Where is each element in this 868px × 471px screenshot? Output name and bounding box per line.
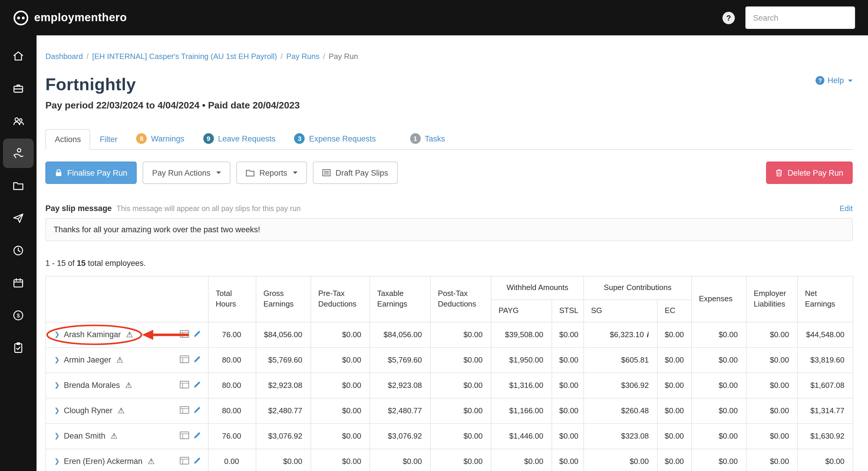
warning-icon[interactable]: ⚠ [125,381,132,390]
sidebar-item-organisation[interactable] [3,74,34,103]
help-circle-icon[interactable]: ? [722,11,735,24]
employee-name[interactable]: Brenda Morales [64,381,120,390]
edit-pencil-icon[interactable] [193,431,201,441]
pay-slip-notes-icon[interactable] [180,406,189,415]
tab-expense-requests[interactable]: 3Expense Requests [285,127,385,150]
help-link[interactable]: ? Help [815,76,853,85]
breadcrumb-business[interactable]: [EH INTERNAL] Casper's Training (AU 1st … [92,52,277,61]
column-pre-tax-deductions: Pre-Tax Deductions [311,276,370,322]
cell-stsl: $0.00 [552,398,584,423]
sidebar-item-people[interactable] [3,106,34,136]
count-suffix: total employees. [86,259,146,268]
delete-pay-run-button[interactable]: Delete Pay Run [766,161,853,184]
cell-gross-earnings: $3,076.92 [256,423,311,449]
dollar-circle-icon: $ [12,309,25,322]
expand-chevron-icon[interactable]: ❯ [54,331,60,338]
finalise-pay-run-button[interactable]: Finalise Pay Run [45,161,137,184]
finalise-label: Finalise Pay Run [67,168,127,177]
column-payg: PAYG [491,300,552,322]
cell-expenses: $0.00 [691,347,746,373]
edit-pencil-icon[interactable] [193,355,201,364]
cell-gross-earnings: $84,056.00 [256,322,311,347]
sidebar-item-tasks[interactable] [3,333,34,362]
sidebar-item-travel[interactable] [3,203,34,233]
sidebar: $ [0,35,36,471]
employee-name[interactable]: Dean Smith [64,432,105,440]
warning-icon[interactable]: ⚠ [118,406,125,415]
employee-name[interactable]: Armin Jaeger [64,355,111,364]
edit-link[interactable]: Edit [839,204,853,213]
tab-tasks[interactable]: 1Tasks [400,127,454,150]
warning-icon[interactable]: ⚠ [116,355,123,364]
folder-icon [12,179,25,192]
pay-slip-notes-icon[interactable] [180,330,189,339]
group-withheld-amounts: Withheld Amounts [491,276,584,300]
breadcrumb-separator: / [86,52,88,61]
sidebar-item-time[interactable] [3,236,34,265]
cell-ec: $0.00 [657,398,691,423]
edit-pencil-icon[interactable] [193,406,201,415]
cell-employer-liabilities: $0.00 [746,373,798,398]
tab-filter[interactable]: Filter [90,129,127,150]
sidebar-item-home[interactable] [3,41,34,71]
sidebar-item-calendar[interactable] [3,268,34,298]
employment-hero-logo[interactable]: employmenthero [13,10,127,26]
tab-warnings[interactable]: 8Warnings [127,127,194,150]
expand-chevron-icon[interactable]: ❯ [54,356,60,364]
breadcrumb-dashboard[interactable]: Dashboard [45,52,83,61]
pay-run-actions-button[interactable]: Pay Run Actions [143,161,230,184]
column-gross-earnings: Gross Earnings [256,276,311,322]
edit-pencil-icon[interactable] [193,457,201,466]
pay-slip-notes-icon[interactable] [180,381,189,390]
cell-net-earnings: $44,548.00 [798,322,853,347]
cell-ec: $0.00 [657,449,691,471]
employee-cell: ❯ Dean Smith ⚠ [46,423,208,449]
pay-slip-notes-icon[interactable] [180,457,189,466]
cell-ec: $0.00 [657,322,691,347]
employee-name[interactable]: Arash Kamingar [64,330,121,339]
svg-text:$: $ [17,313,20,319]
employee-name[interactable]: Eren (Eren) Ackerman [64,457,142,466]
cell-total-hours: 80.00 [208,398,256,423]
team-icon [12,114,25,127]
info-icon[interactable]: i [647,331,649,339]
logo-mark-icon [13,10,29,26]
cell-taxable-earnings: $0.00 [370,449,431,471]
delete-label: Delete Pay Run [787,168,843,177]
briefcase-icon [12,82,25,95]
table-row: ❯ Dean Smith ⚠ [46,423,853,449]
search-input[interactable] [745,6,855,29]
reports-button[interactable]: Reports [236,161,307,184]
expand-chevron-icon[interactable]: ❯ [54,458,60,465]
pay-slip-message-box[interactable]: Thanks for all your amazing work over th… [45,218,853,241]
clipboard-icon [12,341,25,354]
cell-ec: $0.00 [657,423,691,449]
clock-icon [12,244,25,257]
pay-slip-notes-icon[interactable] [180,355,189,364]
expand-chevron-icon[interactable]: ❯ [54,432,60,440]
cell-sg: $0.00 [584,449,657,471]
cell-employer-liabilities: $0.00 [746,322,798,347]
cell-net-earnings: $0.00 [798,449,853,471]
sidebar-item-documents[interactable] [3,171,34,200]
cell-sg: $605.81 [584,347,657,373]
expand-chevron-icon[interactable]: ❯ [54,381,60,389]
pay-slip-notes-icon[interactable] [180,431,189,441]
cell-ec: $0.00 [657,347,691,373]
expand-chevron-icon[interactable]: ❯ [54,407,60,414]
sidebar-item-payroll[interactable] [3,139,34,168]
tab-actions[interactable]: Actions [45,129,90,150]
table-row: ❯ Clough Ryner ⚠ [46,398,853,423]
sidebar-item-payments[interactable]: $ [3,301,34,330]
tab-leave-requests[interactable]: 9Leave Requests [194,127,285,150]
warning-icon[interactable]: ⚠ [126,330,133,339]
warning-icon[interactable]: ⚠ [111,432,118,440]
draft-pay-slips-button[interactable]: Draft Pay Slips [313,161,398,184]
cell-net-earnings: $3,819.60 [798,347,853,373]
breadcrumb-pay-runs[interactable]: Pay Runs [286,52,319,61]
edit-pencil-icon[interactable] [193,381,201,390]
warning-icon[interactable]: ⚠ [148,457,155,466]
edit-pencil-icon[interactable] [193,330,201,339]
employee-name[interactable]: Clough Ryner [64,406,112,415]
column-employer-liabilities: Employer Liabilities [746,276,798,322]
